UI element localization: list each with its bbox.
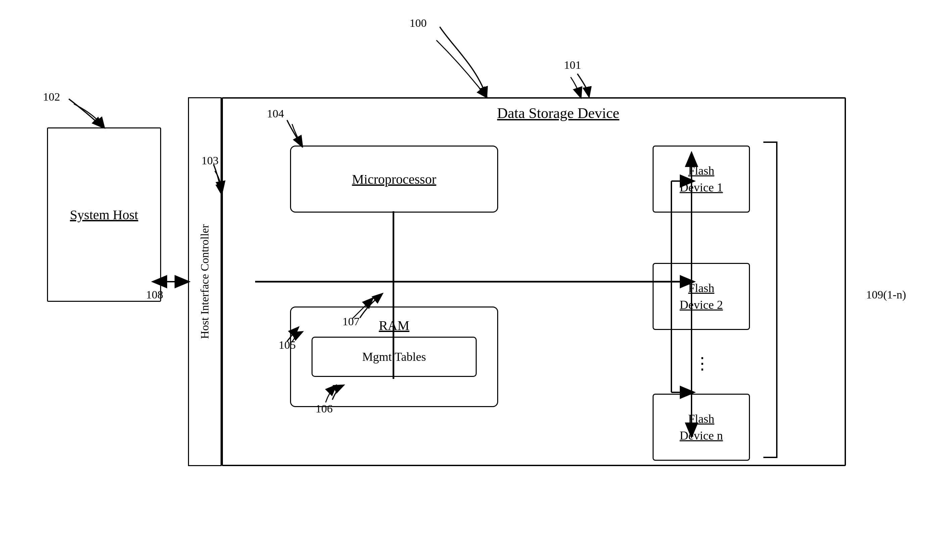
ellipsis-dots: ⋮ [693,354,713,373]
ref-102: 102 [43,91,60,103]
host-interface-controller: Host Interface Controller [188,97,222,466]
microprocessor-label: Microprocessor [352,171,436,187]
host-interface-label: Host Interface Controller [198,224,211,339]
mgmt-tables-label: Mgmt Tables [362,350,426,364]
data-storage-label: Data Storage Device [497,105,619,122]
ram-label: RAM [379,318,409,333]
flash-device-1-label: FlashDevice 1 [680,162,723,196]
ref-101: 101 [564,59,581,71]
flash-device-n-box: FlashDevice n [653,394,750,461]
flash-device-1-box: FlashDevice 1 [653,146,750,212]
bracket-svg [757,132,790,468]
data-storage-device-box: Data Storage Device Microprocessor RAM M… [222,97,846,466]
ref-100: 100 [409,17,427,29]
ram-box: RAM Mgmt Tables [290,306,498,407]
mgmt-tables-box: Mgmt Tables [312,337,476,377]
flash-device-2-label: FlashDevice 2 [680,280,723,314]
system-host-box: System Host [47,128,161,302]
flash-device-n-label: FlashDevice n [680,411,723,444]
diagram-container: 100 101 102 103 104 105 106 107 108 109(… [0,0,948,560]
ref-109: 109(1-n) [866,288,906,301]
system-host-label: System Host [70,207,138,223]
microprocessor-box: Microprocessor [290,146,498,212]
flash-device-2-box: FlashDevice 2 [653,263,750,330]
